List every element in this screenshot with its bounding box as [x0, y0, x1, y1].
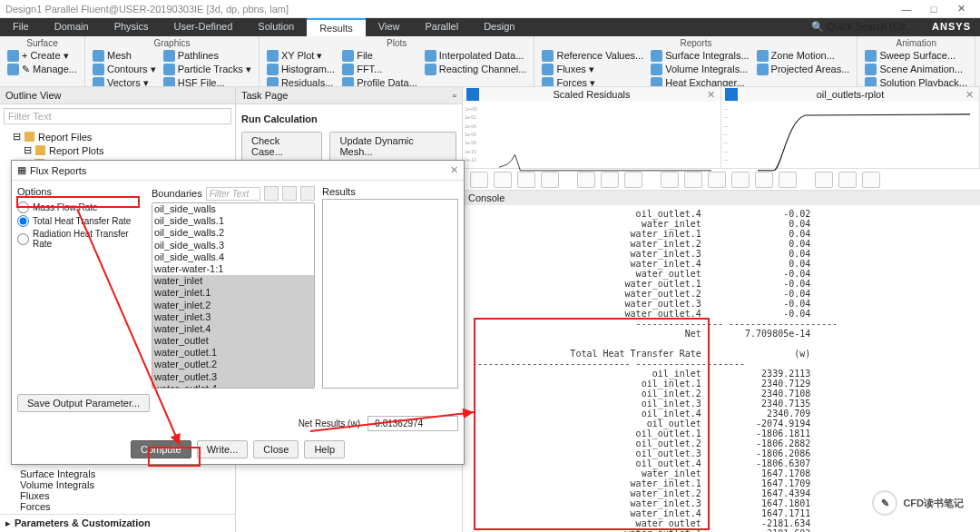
tab-file[interactable]: File: [0, 18, 42, 36]
flux-option[interactable]: Radiation Heat Transfer Rate: [17, 228, 144, 250]
ribbon-group-label: Surface: [5, 38, 79, 48]
tree-node[interactable]: ⊟ Report Files: [13, 130, 230, 143]
ribbon-button[interactable]: Histogram...: [265, 63, 337, 75]
ribbon-button[interactable]: Sweep Surface...: [863, 49, 969, 62]
ribbon-button[interactable]: Projected Areas...: [755, 63, 852, 75]
update-mesh-button[interactable]: Update Dynamic Mesh...: [329, 132, 456, 161]
ribbon-button[interactable]: Fluxes ▾: [540, 63, 645, 75]
window-title: Design1 Parallel Fluent@USER-20190303IE …: [5, 4, 893, 15]
ribbon-button[interactable]: + Create ▾: [5, 49, 79, 62]
toolbar-button[interactable]: [470, 172, 488, 188]
tab-design[interactable]: Design: [471, 18, 527, 36]
net-results-value: -0.01362974: [368, 416, 458, 431]
tree-node[interactable]: Volume Integrals: [20, 479, 230, 490]
outline-filter[interactable]: Filter Text: [4, 108, 231, 124]
ribbon-icon: [757, 64, 769, 75]
tab-physics[interactable]: Physics: [102, 18, 162, 36]
ribbon-group-label: Animation: [863, 38, 969, 48]
plot-title-residuals: Scaled Residuals: [554, 89, 631, 100]
quick-search[interactable]: 🔍 Quick Search (Ctr...: [802, 18, 923, 36]
toolbar-button[interactable]: [541, 172, 559, 188]
ribbon-icon: [651, 64, 662, 75]
tab-domain[interactable]: Domain: [42, 18, 102, 36]
toolbar-button[interactable]: [731, 172, 750, 188]
toolbar-button[interactable]: [755, 172, 773, 188]
ribbon-button[interactable]: Interpolated Data...: [423, 49, 529, 62]
tree-node[interactable]: ⊟ Report Plots: [13, 143, 230, 157]
save-output-button[interactable]: Save Output Parameter...: [17, 394, 150, 412]
tree-node[interactable]: Forces: [20, 501, 230, 512]
tree-node[interactable]: Fluxes: [20, 490, 230, 501]
ribbon-icon: [651, 77, 662, 88]
toolbar-button[interactable]: [815, 172, 833, 188]
ribbon-button[interactable]: Forces ▾: [540, 76, 645, 87]
window-maximize[interactable]: □: [920, 4, 947, 15]
ribbon-icon: [757, 50, 769, 62]
ribbon-button[interactable]: HSF File...: [162, 76, 253, 87]
plot-icon: [725, 88, 738, 101]
dialog-close-icon[interactable]: ✕: [450, 164, 458, 176]
ribbon-button[interactable]: ✎ Manage...: [5, 63, 79, 75]
tab-view[interactable]: View: [366, 18, 413, 36]
ribbon-icon: [163, 77, 175, 88]
filter-btn-3[interactable]: [300, 186, 315, 201]
boundaries-filter[interactable]: Filter Text: [206, 187, 260, 201]
footer-param[interactable]: Parameters & Customization: [15, 517, 151, 529]
tree-node[interactable]: Surface Integrals: [20, 468, 230, 479]
ribbon-icon: [865, 64, 877, 75]
ribbon-button[interactable]: Solution Playback...: [863, 76, 969, 87]
ribbon-button[interactable]: XY Plot ▾: [265, 49, 337, 62]
window-minimize[interactable]: —: [893, 4, 920, 15]
ribbon-button[interactable]: FFT...: [340, 63, 419, 75]
tab-user-defined[interactable]: User-Defined: [162, 18, 246, 36]
ribbon-button[interactable]: Reference Values...: [540, 49, 645, 62]
computebutton[interactable]: Compute: [131, 440, 191, 458]
toolbar-button[interactable]: [779, 172, 797, 188]
results-label: Results: [322, 186, 458, 197]
ribbon-button[interactable]: Zone Motion...: [755, 49, 852, 62]
toolbar-button[interactable]: [517, 172, 535, 188]
ribbon-button[interactable]: Heat Exchanger...: [649, 76, 750, 87]
check-case-button[interactable]: Check Case...: [241, 132, 322, 161]
ribbon-button[interactable]: Particle Tracks ▾: [162, 63, 253, 75]
flux-option[interactable]: Mass Flow Rate: [17, 201, 144, 214]
close-icon[interactable]: ✕: [707, 89, 715, 101]
toolbar-button[interactable]: [577, 172, 595, 188]
ribbon-button[interactable]: Contours ▾: [91, 63, 158, 75]
filter-btn-2[interactable]: [282, 186, 297, 201]
ribbon-button[interactable]: Surface Integrals...: [649, 49, 750, 62]
ribbon-button[interactable]: Residuals...: [265, 76, 337, 87]
toolbar-button[interactable]: [494, 172, 512, 188]
ribbon-button[interactable]: Scene Animation...: [863, 63, 969, 75]
ribbon-button[interactable]: Vectors ▾: [91, 76, 158, 87]
flux-option[interactable]: Total Heat Transfer Rate: [17, 214, 144, 228]
ribbon-button[interactable]: Reacting Channel...: [423, 63, 529, 75]
ribbon-icon: [267, 77, 279, 88]
toolbar-button[interactable]: [601, 172, 619, 188]
window-close[interactable]: ✕: [947, 3, 975, 15]
toolbar-button[interactable]: [661, 172, 679, 188]
helpbutton[interactable]: Help: [304, 440, 345, 458]
toolbar-button[interactable]: [838, 172, 857, 188]
ribbon-icon: [342, 50, 354, 62]
ribbon-button[interactable]: Mesh: [91, 49, 158, 62]
ribbon-button[interactable]: File: [340, 49, 419, 62]
ribbon-icon: [542, 64, 554, 75]
tab-results[interactable]: Results: [307, 18, 366, 36]
ribbon-button[interactable]: Volume Integrals...: [649, 63, 750, 75]
ribbon-button[interactable]: Profile Data...: [340, 76, 419, 87]
toolbar-button[interactable]: [708, 172, 726, 188]
tab-solution[interactable]: Solution: [245, 18, 307, 36]
toolbar-button[interactable]: [684, 172, 702, 188]
filter-btn-1[interactable]: [264, 186, 279, 201]
taskpage-title: Run Calculation: [241, 113, 456, 124]
ribbon-icon: [425, 64, 436, 75]
boundaries-list[interactable]: oil_side_wallsoil_side_walls.1oil_side_w…: [152, 202, 315, 389]
write-button[interactable]: Write...: [197, 440, 249, 458]
ribbon-button[interactable]: Pathlines: [162, 49, 253, 62]
closebutton[interactable]: Close: [253, 440, 299, 458]
close-icon[interactable]: ✕: [965, 89, 974, 101]
tab-parallel[interactable]: Parallel: [412, 18, 471, 36]
toolbar-button[interactable]: [862, 172, 880, 188]
toolbar-button[interactable]: [624, 172, 642, 188]
